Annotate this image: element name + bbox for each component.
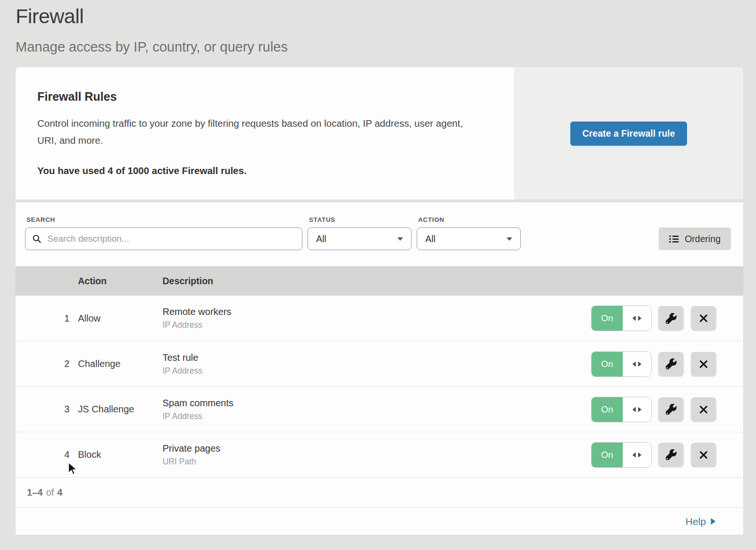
table-header: Action Description: [16, 266, 743, 296]
rule-action-label: JS Challenge: [78, 404, 163, 415]
search-icon: [32, 234, 42, 244]
rule-number: 1: [16, 313, 78, 324]
help-link[interactable]: Help: [686, 516, 716, 527]
delete-rule-button[interactable]: [691, 352, 716, 376]
toggle-collapse-button[interactable]: [623, 306, 651, 331]
status-select-value: All: [316, 234, 326, 244]
rule-description-cell: Spam comments IP Address: [163, 398, 587, 421]
help-footer: Help: [16, 507, 743, 535]
table-header-description: Description: [163, 276, 587, 287]
ordering-button[interactable]: Ordering: [659, 227, 731, 250]
rule-controls: On: [592, 352, 716, 376]
wrench-icon: [666, 449, 677, 460]
rule-controls: On: [592, 306, 716, 331]
ordering-button-label: Ordering: [685, 234, 721, 244]
toggle-collapse-button[interactable]: [623, 443, 651, 467]
wrench-icon: [666, 404, 677, 415]
rule-toggle: On: [592, 352, 651, 376]
firewall-rules-description: Control incoming traffic to your zone by…: [37, 115, 484, 149]
close-icon: [698, 404, 709, 415]
chevron-down-icon: [506, 236, 513, 241]
edit-rule-button[interactable]: [658, 306, 684, 331]
create-rule-panel: Create a Firewall rule: [514, 67, 743, 200]
firewall-rules-heading: Firewall Rules: [37, 90, 486, 104]
status-label: STATUS: [309, 216, 412, 223]
rule-action-label: Allow: [78, 313, 163, 324]
close-icon: [698, 313, 709, 323]
create-firewall-rule-button[interactable]: Create a Firewall rule: [570, 122, 687, 146]
pagination-range: 1–4: [27, 487, 43, 498]
action-filter-group: ACTION All: [417, 216, 521, 250]
toggle-on-button[interactable]: On: [592, 443, 623, 467]
edit-rule-button[interactable]: [658, 443, 684, 467]
toggle-collapse-button[interactable]: [623, 352, 651, 376]
search-filter-group: SEARCH: [25, 216, 302, 250]
rules-list-card: SEARCH STATUS All ACTION: [16, 202, 743, 535]
close-icon: [698, 450, 709, 460]
search-input[interactable]: [46, 233, 302, 244]
pagination: 1–4 of 4: [16, 477, 743, 507]
page-title: Firewall: [16, 5, 756, 28]
rule-number: 2: [16, 358, 78, 369]
pagination-of: of: [46, 487, 54, 498]
wrench-icon: [666, 358, 677, 369]
delete-rule-button[interactable]: [691, 306, 716, 331]
rule-toggle: On: [592, 306, 651, 331]
wrench-icon: [666, 313, 677, 324]
table-row: 3 JS Challenge Spam comments IP Address …: [16, 386, 743, 432]
content: Firewall Rules Control incoming traffic …: [16, 67, 743, 535]
edit-rule-button[interactable]: [658, 352, 684, 376]
rule-toggle: On: [592, 397, 651, 422]
ordering-list-icon: [669, 235, 679, 243]
rule-controls: On: [592, 397, 716, 422]
action-select[interactable]: All: [417, 227, 521, 250]
rule-number: 4: [16, 449, 78, 460]
rule-toggle: On: [592, 443, 651, 467]
help-arrow-icon: [711, 518, 716, 525]
rule-field: IP Address: [163, 320, 587, 330]
status-filter-group: STATUS All: [308, 216, 412, 250]
left-right-arrows-icon: [632, 406, 642, 413]
table-row: 1 Allow Remote workers IP Address On: [16, 296, 743, 341]
rule-field: IP Address: [163, 411, 587, 421]
edit-rule-button[interactable]: [658, 397, 684, 422]
rule-field: IP Address: [163, 366, 587, 376]
toggle-collapse-button[interactable]: [623, 397, 651, 422]
rule-description-cell: Private pages URI Path: [163, 443, 587, 467]
status-select[interactable]: All: [308, 227, 412, 250]
page-header: Firewall Manage access by IP, country, o…: [0, 0, 756, 55]
left-right-arrows-icon: [632, 315, 642, 322]
table-row: 4 Block Private pages URI Path On: [16, 432, 743, 477]
rule-description: Spam comments: [163, 398, 587, 409]
rule-description-cell: Remote workers IP Address: [163, 306, 587, 330]
toggle-on-button[interactable]: On: [592, 397, 623, 422]
filter-bar: SEARCH STATUS All ACTION: [16, 202, 743, 266]
toggle-on-button[interactable]: On: [592, 352, 623, 376]
table-row: 2 Challenge Test rule IP Address On: [16, 341, 743, 386]
page-subtitle: Manage access by IP, country, or query r…: [16, 39, 756, 55]
rule-controls: On: [592, 443, 716, 467]
rule-number: 3: [16, 404, 78, 415]
search-input-wrap: [25, 227, 302, 250]
help-link-label: Help: [686, 516, 706, 527]
rule-description: Test rule: [163, 352, 587, 363]
rule-description: Remote workers: [163, 306, 587, 317]
rule-action-label: Block: [78, 449, 163, 460]
rule-field: URI Path: [163, 457, 587, 467]
toggle-on-button[interactable]: On: [592, 306, 623, 331]
left-right-arrows-icon: [632, 452, 642, 458]
search-label: SEARCH: [26, 216, 302, 223]
left-right-arrows-icon: [632, 361, 642, 367]
table-header-action: Action: [78, 276, 163, 287]
rule-action-label: Challenge: [78, 358, 163, 369]
delete-rule-button[interactable]: [691, 443, 716, 467]
rule-description: Private pages: [163, 443, 587, 454]
chevron-down-icon: [397, 236, 404, 241]
firewall-rules-intro: Firewall Rules Control incoming traffic …: [16, 67, 514, 200]
delete-rule-button[interactable]: [691, 397, 716, 422]
pagination-total: 4: [57, 487, 62, 498]
firewall-rules-card: Firewall Rules Control incoming traffic …: [16, 67, 743, 200]
rule-description-cell: Test rule IP Address: [163, 352, 587, 376]
close-icon: [698, 359, 709, 369]
action-select-value: All: [425, 234, 436, 244]
